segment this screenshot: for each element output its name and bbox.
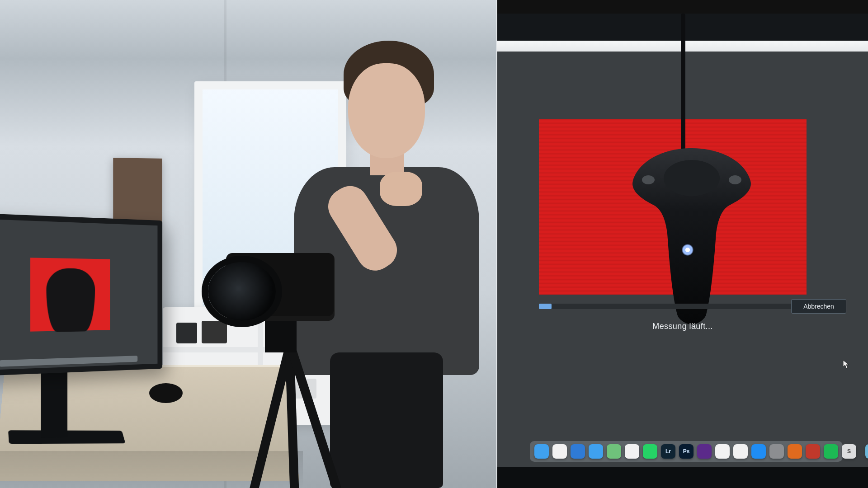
finder-icon[interactable] <box>534 444 549 459</box>
calibration-swatch-small <box>30 258 110 331</box>
progress-bar-track <box>539 304 809 309</box>
imovie-icon[interactable] <box>697 444 712 459</box>
appstore-icon[interactable] <box>751 444 766 459</box>
calendar-icon[interactable] <box>552 444 567 459</box>
colorimeter-led <box>682 244 693 256</box>
maps-icon[interactable] <box>607 444 621 459</box>
shelf-item <box>202 321 227 343</box>
safari-icon[interactable] <box>571 444 585 459</box>
colorimeter-device <box>628 145 755 325</box>
monitor-on-desk <box>0 213 162 376</box>
presenter-head <box>348 63 425 158</box>
svg-point-2 <box>729 175 741 184</box>
progress-bar-fill <box>539 304 552 309</box>
spotify-icon[interactable] <box>824 444 838 459</box>
split-layout: Abbrechen Messung läuft... LrPsS <box>0 0 868 488</box>
tool-icon-3[interactable]: S <box>842 444 856 459</box>
photos-icon[interactable] <box>715 444 730 459</box>
colorimeter-cable <box>681 14 685 160</box>
tool-icon-1[interactable] <box>769 444 784 459</box>
svg-point-1 <box>642 175 655 184</box>
shelf-item <box>176 323 197 343</box>
mail-icon[interactable] <box>589 444 603 459</box>
itunes-icon[interactable] <box>733 444 748 459</box>
dock-small <box>0 356 137 367</box>
camera-lens <box>208 262 276 321</box>
reminders-icon[interactable] <box>625 444 639 459</box>
cancel-button[interactable]: Abbrechen <box>791 299 846 314</box>
folder-icon-1[interactable] <box>865 444 868 459</box>
photoshop-icon[interactable]: Ps <box>679 444 693 459</box>
monitor-screen <box>0 219 157 371</box>
presenter-pants <box>330 352 443 488</box>
whatsapp-icon[interactable] <box>643 444 657 459</box>
svg-point-0 <box>664 160 720 196</box>
colorimeter-small <box>47 268 95 332</box>
presenter-hand <box>380 172 422 206</box>
mouse-cursor-icon <box>843 360 849 369</box>
status-text: Messung läuft... <box>497 322 868 331</box>
tool-icon-2[interactable] <box>806 444 820 459</box>
right-screen-panel: Abbrechen Messung läuft... LrPsS <box>497 0 868 488</box>
tripod-head <box>265 316 297 352</box>
macos-dock[interactable]: LrPsS <box>530 441 843 462</box>
monitor-bezel-bottom <box>497 467 868 488</box>
firefox-icon[interactable] <box>788 444 802 459</box>
left-photo-panel <box>0 0 497 488</box>
desk-mouse <box>149 383 183 403</box>
lightroom-icon[interactable]: Lr <box>661 444 675 459</box>
